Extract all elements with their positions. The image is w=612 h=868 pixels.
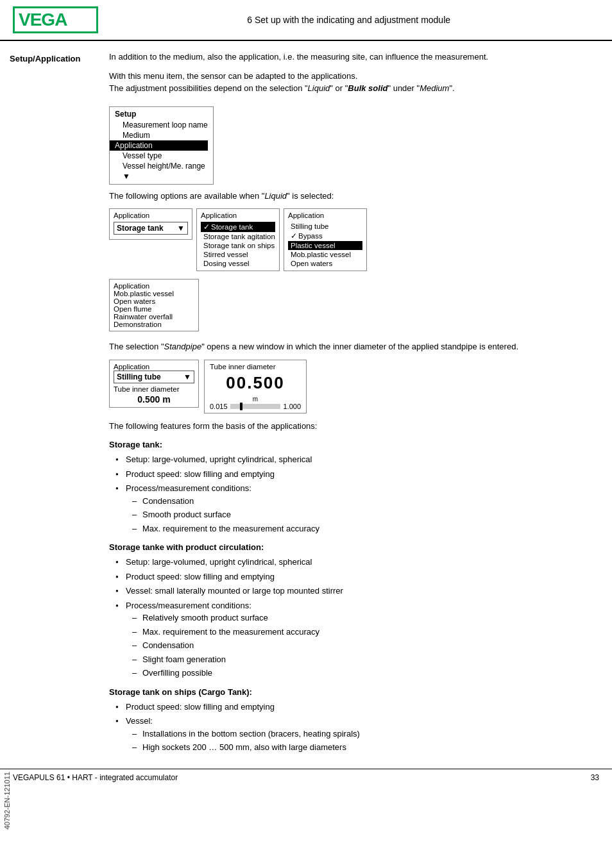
panel-item-rainwater: Rainwater overfall xyxy=(114,313,194,321)
logo-text: VEGA xyxy=(19,10,67,29)
panel-item-bypass: Bypass xyxy=(288,231,362,241)
panel-item-demonstration: Demonstration xyxy=(114,321,194,328)
setup-menu-title: Setup xyxy=(115,110,208,119)
panel-item-dosing-vessel: Dosing vessel xyxy=(201,259,275,268)
panel-item-open-waters2: Open waters xyxy=(114,297,194,305)
tube-diameter-range: 0.015 1.000 xyxy=(210,403,301,410)
app-panel-open-flume: Application Mob.plastic vessel Open wate… xyxy=(109,279,199,331)
menu-item-measurement: Measurement loop name xyxy=(115,120,208,130)
storage-tank-circ-list: Setup: large-volumed, upright cylindrica… xyxy=(115,556,599,680)
list-item: Smooth product surface xyxy=(132,508,599,521)
setup-menu-box: Setup Measurement loop name Medium Appli… xyxy=(109,106,214,185)
sidebar-section: Setup/Application xyxy=(0,41,103,769)
stilling-tube-panel: Application Stilling tube ▼ Tube inner d… xyxy=(109,360,199,408)
list-item: Product speed: slow filling and emptying xyxy=(115,571,599,583)
basis-text: The following features form the basis of… xyxy=(109,420,599,433)
list-item: Setup: large-volumed, upright cylindrica… xyxy=(115,453,599,466)
storage-tank-circ-heading: Storage tanke with product circulation: xyxy=(109,542,599,552)
list-item: Process/measurement conditions: Condensa… xyxy=(115,482,599,535)
app-panel-dropdown: Application Storage tank ▼ xyxy=(109,208,192,240)
stilling-sub-label: Tube inner diameter xyxy=(114,385,194,393)
standpipe-para: The selection "Standpipe" opens a new wi… xyxy=(109,340,599,353)
menu-item-vessel-height: Vessel height/Me. range xyxy=(115,161,208,171)
app-panel-list2: Application Stilling tube Bypass Plastic… xyxy=(284,208,367,271)
footer-left: VEGAPULS 61 • HART - integrated accumula… xyxy=(13,773,178,782)
storage-tank-sub-list: Condensation Smooth product surface Max.… xyxy=(132,495,599,535)
list-item: Slight foam generation xyxy=(132,653,599,666)
footer-page: 33 xyxy=(591,773,599,782)
app-panel3-title: Application xyxy=(288,212,362,219)
tube-diameter-box: Tube inner diameter 00.500 m 0.015 1.000 xyxy=(204,360,307,413)
menu-item-vessel-type: Vessel type xyxy=(115,151,208,161)
menu-item-application: Application xyxy=(110,140,208,151)
panel-item-plastic-vessel: Plastic vessel xyxy=(288,241,362,250)
stilling-tube-row: Application Stilling tube ▼ Tube inner d… xyxy=(109,360,599,413)
panel-item-open-waters: Open waters xyxy=(288,259,362,268)
vertical-document-id: 40792-EN-121011 xyxy=(3,772,11,830)
menu-item-more: ▼ xyxy=(115,171,208,181)
app-panel4-title: Application xyxy=(114,282,194,290)
menu-item-medium: Medium xyxy=(115,130,208,140)
panel-item-mob-plastic2: Mob.plastic vessel xyxy=(114,290,194,297)
storage-tank-ships-sub-list: Installations in the bottom section (bra… xyxy=(132,728,599,754)
app-panel1-title: Application xyxy=(114,212,188,219)
storage-tank-ships-list: Product speed: slow filling and emptying… xyxy=(115,701,599,754)
app-panel1-dropdown[interactable]: Storage tank ▼ xyxy=(114,222,188,235)
list-item: Installations in the bottom section (bra… xyxy=(132,728,599,740)
storage-tank-list: Setup: large-volumed, upright cylindrica… xyxy=(115,453,599,535)
header-title: 6 Set up with the indicating and adjustm… xyxy=(98,15,599,25)
range-max: 1.000 xyxy=(283,403,301,410)
list-item: Vessel: Installations in the bottom sect… xyxy=(115,715,599,754)
liquid-options-text: The following options are available when… xyxy=(109,190,599,203)
page-header: VEGA 6 Set up with the indicating and ad… xyxy=(0,0,612,41)
list-item: Condensation xyxy=(132,495,599,508)
panel-item-storage-tank-agitation: Storage tank agitation xyxy=(201,232,275,241)
stilling-sub-value: 0.500 m xyxy=(114,394,194,405)
panel-item-storage-tank-ships: Storage tank on ships xyxy=(201,241,275,250)
stilling-panel-title: Application xyxy=(114,363,194,371)
vega-logo: VEGA xyxy=(13,6,98,33)
page-footer: VEGAPULS 61 • HART - integrated accumula… xyxy=(0,769,612,786)
panel-item-stirred-vessel: Stirred vessel xyxy=(201,250,275,259)
range-min: 0.015 xyxy=(210,403,228,410)
intro-para-1: In addition to the medium, also the appl… xyxy=(109,51,599,63)
list-item: High sockets 200 … 500 mm, also with lar… xyxy=(132,741,599,754)
list-item: Process/measurement conditions: Relative… xyxy=(115,599,599,680)
list-item: Condensation xyxy=(132,639,599,652)
main-content: Setup/Application In addition to the med… xyxy=(0,41,612,769)
list-item: Vessel: small laterally mounted or large… xyxy=(115,585,599,597)
intro-para-2: With this menu item, the sensor can be a… xyxy=(109,70,599,95)
sidebar-label: Setup/Application xyxy=(10,54,93,63)
tube-diameter-value: 00.500 xyxy=(210,373,301,393)
app-panel-list1: Application Storage tank Storage tank ag… xyxy=(196,208,280,271)
list-item: Relatively smooth product surface xyxy=(132,612,599,624)
list-item: Max. requirement to the measurement accu… xyxy=(132,626,599,638)
list-item: Overfilling possible xyxy=(132,667,599,680)
tube-diameter-title: Tube inner diameter xyxy=(210,363,301,371)
app-panel2-title: Application xyxy=(201,212,275,219)
list-item: Max. requirement to the measurement accu… xyxy=(132,522,599,535)
stilling-dropdown[interactable]: Stilling tube ▼ xyxy=(114,371,194,383)
range-bar xyxy=(230,404,281,409)
app-panels-row: Application Storage tank ▼ Application S… xyxy=(109,208,599,271)
storage-tank-circ-sub-list: Relatively smooth product surface Max. r… xyxy=(132,612,599,680)
tube-diameter-unit: m xyxy=(210,396,301,403)
panel-item-mob-plastic-vessel: Mob.plastic vessel xyxy=(288,250,362,259)
list-item: Product speed: slow filling and emptying xyxy=(115,468,599,481)
list-item: Product speed: slow filling and emptying xyxy=(115,701,599,714)
panel-item-storage-tank: Storage tank xyxy=(201,222,275,232)
storage-tank-heading: Storage tank: xyxy=(109,440,599,449)
storage-tank-ships-heading: Storage tank on ships (Cargo Tank): xyxy=(109,687,599,697)
content-area: In addition to the medium, also the appl… xyxy=(103,41,612,769)
panel-item-stilling-tube: Stilling tube xyxy=(288,222,362,231)
panel-item-open-flume: Open flume xyxy=(114,305,194,313)
list-item: Setup: large-volumed, upright cylindrica… xyxy=(115,556,599,569)
